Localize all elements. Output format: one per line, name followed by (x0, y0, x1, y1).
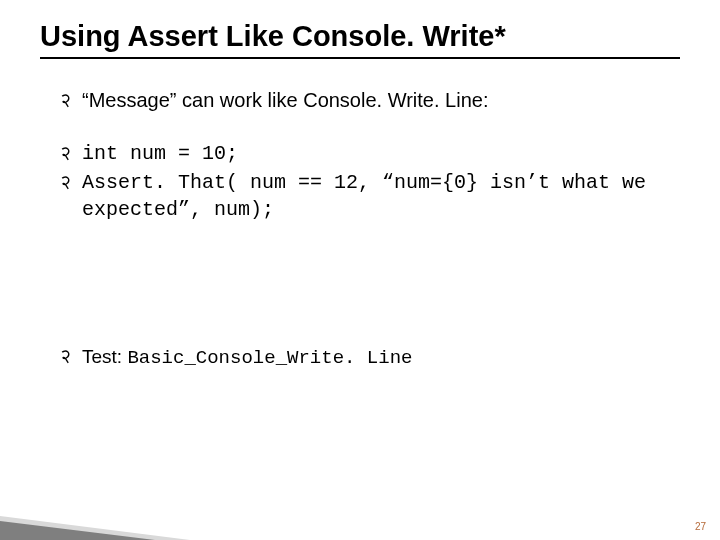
bullet-icon: २ (60, 140, 82, 166)
test-code: Basic_Console_Write. Line (127, 347, 412, 369)
bullet-icon: २ (60, 87, 82, 113)
test-label: Test: (82, 346, 127, 367)
corner-wedge-dark (0, 521, 155, 540)
slide-content: २ “Message” can work like Console. Write… (40, 87, 680, 372)
page-number: 27 (695, 521, 706, 532)
bullet-intro-text: “Message” can work like Console. Write. … (82, 87, 680, 114)
code-line-1: int num = 10; (82, 140, 680, 167)
slide: Using Assert Like Console. Write* २ “Mes… (0, 0, 720, 540)
bullet-code-2: २ Assert. That( num == 12, “num={0} isn’… (60, 169, 680, 223)
code-line-2: Assert. That( num == 12, “num={0} isn’t … (82, 169, 680, 223)
bullet-icon: २ (60, 343, 82, 369)
bullet-test: २ Test: Basic_Console_Write. Line (60, 343, 680, 372)
bullet-code-1: २ int num = 10; (60, 140, 680, 167)
bullet-icon: २ (60, 169, 82, 195)
slide-title: Using Assert Like Console. Write* (40, 20, 680, 59)
bullet-intro: २ “Message” can work like Console. Write… (60, 87, 680, 114)
test-line-text: Test: Basic_Console_Write. Line (82, 343, 680, 372)
